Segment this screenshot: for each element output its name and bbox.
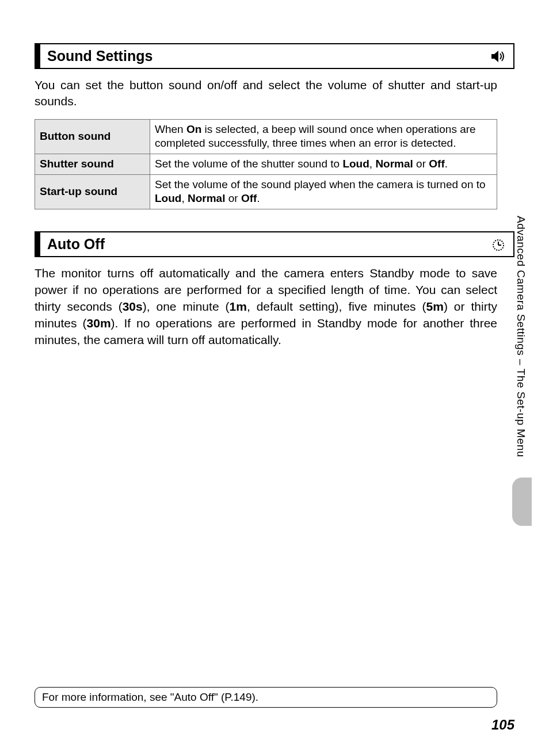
- footnote-box: For more information, see "Auto Off" (P.…: [35, 687, 497, 708]
- row-label: Button sound: [35, 119, 150, 154]
- sound-settings-table: Button sound When On is selected, a beep…: [35, 119, 497, 209]
- side-tab: [512, 478, 532, 526]
- row-label: Start-up sound: [35, 174, 150, 209]
- table-row: Shutter sound Set the volume of the shut…: [35, 154, 497, 175]
- timer-icon: [490, 236, 506, 253]
- row-desc: Set the volume of the sound played when …: [150, 174, 497, 209]
- row-desc: When On is selected, a beep will sound o…: [150, 119, 497, 154]
- table-row: Button sound When On is selected, a beep…: [35, 119, 497, 154]
- page-number: 105: [491, 717, 514, 733]
- sound-settings-title: Sound Settings: [47, 48, 152, 64]
- auto-off-title: Auto Off: [47, 236, 105, 253]
- sound-settings-intro: You can set the button sound on/off and …: [35, 77, 514, 110]
- table-row: Start-up sound Set the volume of the sou…: [35, 174, 497, 209]
- auto-off-heading: Auto Off: [35, 231, 514, 257]
- manual-page: Sound Settings You can set the button so…: [0, 0, 549, 756]
- side-chapter-label: Advanced Camera Settings – The Set-up Me…: [514, 216, 527, 457]
- auto-off-body: The monitor turns off automatically and …: [35, 265, 514, 349]
- row-desc: Set the volume of the shutter sound to L…: [150, 154, 497, 175]
- footnote-text: For more information, see "Auto Off" (P.…: [42, 691, 258, 703]
- row-label: Shutter sound: [35, 154, 150, 175]
- sound-settings-heading: Sound Settings: [35, 43, 514, 69]
- speaker-icon: [490, 48, 506, 64]
